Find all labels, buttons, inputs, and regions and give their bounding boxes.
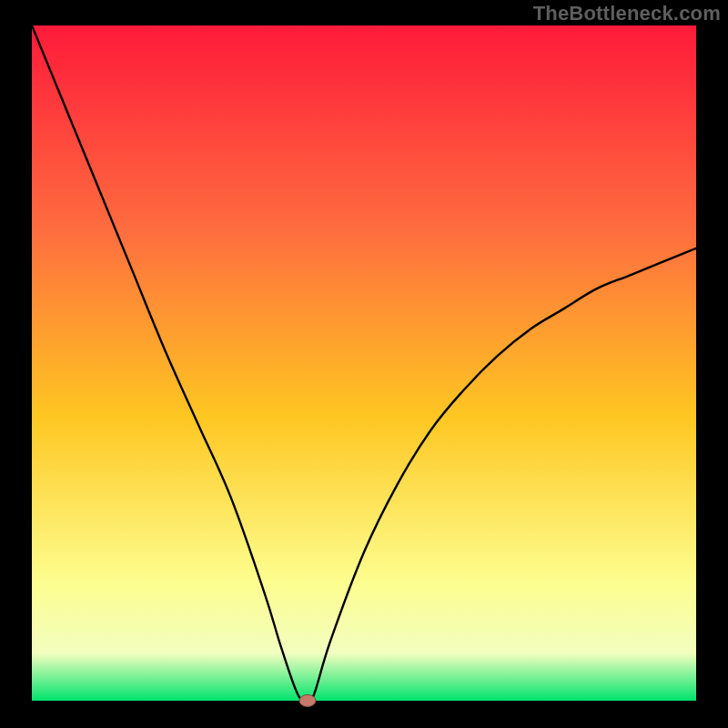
plot-background: [32, 25, 696, 701]
optimum-marker: [299, 695, 316, 707]
chart-frame: TheBottleneck.com: [0, 0, 728, 728]
chart-svg: [0, 0, 728, 728]
